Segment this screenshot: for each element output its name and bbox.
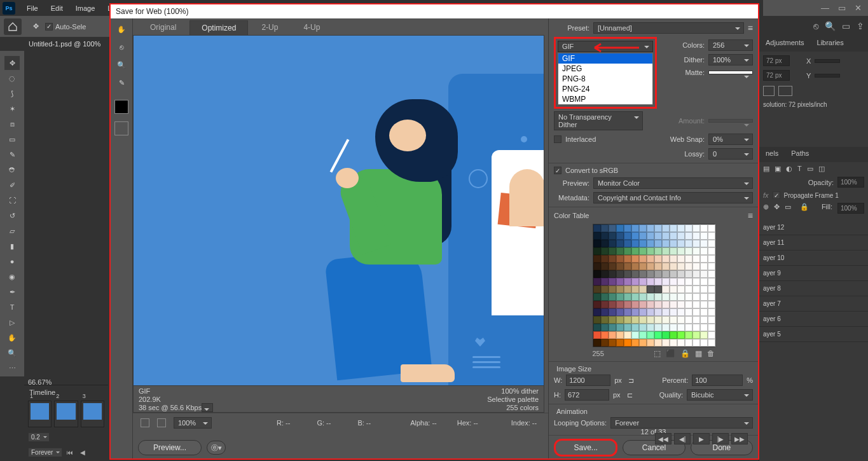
- color-swatch[interactable]: [624, 293, 631, 301]
- color-swatch[interactable]: [609, 270, 616, 278]
- color-swatch[interactable]: [692, 224, 700, 232]
- anim-play-icon[interactable]: ▶: [693, 433, 710, 444]
- color-swatch[interactable]: [677, 339, 685, 347]
- color-swatch[interactable]: [624, 308, 631, 316]
- color-swatch[interactable]: [609, 339, 616, 347]
- color-swatch[interactable]: [708, 301, 715, 308]
- color-swatch[interactable]: [654, 278, 662, 286]
- color-swatch[interactable]: [700, 278, 708, 286]
- lock-pos-icon[interactable]: ✥: [774, 203, 780, 214]
- color-swatch[interactable]: [700, 293, 708, 301]
- color-swatch[interactable]: [601, 240, 609, 247]
- menu-edit[interactable]: Edit: [45, 4, 69, 12]
- color-swatch[interactable]: [593, 331, 601, 339]
- color-swatch[interactable]: [639, 331, 647, 339]
- color-swatch[interactable]: [654, 324, 662, 331]
- color-swatch[interactable]: [647, 255, 654, 263]
- color-swatch[interactable]: [662, 293, 670, 301]
- color-swatch[interactable]: [670, 270, 677, 278]
- color-swatch[interactable]: [708, 308, 715, 316]
- marquee-tool[interactable]: ◌: [4, 71, 20, 85]
- anim-prev-icon[interactable]: ◀|: [674, 433, 691, 444]
- color-swatch[interactable]: [601, 301, 609, 308]
- color-swatch[interactable]: [662, 339, 670, 347]
- type-icon[interactable]: T: [797, 165, 802, 173]
- color-swatch[interactable]: [670, 263, 677, 270]
- color-swatch[interactable]: [685, 278, 692, 286]
- color-swatch[interactable]: [624, 331, 631, 339]
- color-swatch[interactable]: [685, 331, 692, 339]
- color-swatch[interactable]: [670, 293, 677, 301]
- format-dropdown[interactable]: GIF: [558, 41, 653, 52]
- color-swatch[interactable]: [593, 339, 601, 347]
- color-swatch[interactable]: [609, 316, 616, 324]
- color-swatch[interactable]: [616, 255, 624, 263]
- color-swatch[interactable]: [692, 339, 700, 347]
- color-swatch[interactable]: [700, 263, 708, 270]
- lock-all-icon[interactable]: 🔒: [800, 203, 809, 214]
- color-swatch[interactable]: [601, 286, 609, 293]
- color-swatch[interactable]: [647, 308, 654, 316]
- smart-icon[interactable]: ◫: [818, 165, 825, 173]
- color-swatch[interactable]: [639, 293, 647, 301]
- color-swatch[interactable]: [670, 232, 677, 240]
- color-swatch[interactable]: [639, 316, 647, 324]
- color-swatch[interactable]: [700, 255, 708, 263]
- dodge-tool[interactable]: ◉: [4, 270, 20, 284]
- color-swatch[interactable]: [708, 331, 715, 339]
- color-swatch[interactable]: [677, 293, 685, 301]
- eyedropper-tool[interactable]: ✎: [4, 148, 20, 162]
- color-swatch[interactable]: [639, 247, 647, 255]
- color-swatch[interactable]: [631, 240, 639, 247]
- color-swatch[interactable]: [609, 286, 616, 293]
- gradient-tool[interactable]: ▮: [4, 239, 20, 253]
- color-swatch[interactable]: [677, 308, 685, 316]
- color-swatch[interactable]: [616, 263, 624, 270]
- shape-icon[interactable]: ▭: [807, 165, 813, 173]
- color-swatch[interactable]: [639, 224, 647, 232]
- color-swatch[interactable]: [685, 224, 692, 232]
- color-swatch[interactable]: [601, 324, 609, 331]
- preset-flyout-icon[interactable]: ≡: [748, 23, 753, 33]
- color-swatch[interactable]: [609, 263, 616, 270]
- ct-lock-icon[interactable]: 🔒: [680, 349, 690, 358]
- color-swatch[interactable]: [685, 324, 692, 331]
- color-swatch[interactable]: [708, 240, 715, 247]
- color-swatch[interactable]: [624, 232, 631, 240]
- color-swatch[interactable]: [616, 224, 624, 232]
- color-swatch[interactable]: [616, 301, 624, 308]
- color-swatch[interactable]: [654, 331, 662, 339]
- color-swatch[interactable]: [601, 247, 609, 255]
- tab-optimized[interactable]: Optimized: [189, 20, 248, 35]
- color-swatch[interactable]: [647, 316, 654, 324]
- color-swatch[interactable]: [631, 301, 639, 308]
- color-swatch[interactable]: [685, 316, 692, 324]
- color-swatch[interactable]: [624, 324, 631, 331]
- preview-dropdown[interactable]: Monitor Color: [593, 177, 753, 189]
- color-swatch[interactable]: [601, 331, 609, 339]
- color-swatch[interactable]: [631, 339, 639, 347]
- color-table[interactable]: [593, 224, 715, 347]
- color-swatch[interactable]: [670, 255, 677, 263]
- color-swatch[interactable]: [700, 247, 708, 255]
- color-swatch[interactable]: [593, 232, 601, 240]
- color-swatch[interactable]: [654, 263, 662, 270]
- color-swatch[interactable]: [593, 270, 601, 278]
- fill-input[interactable]: 100%: [837, 203, 864, 214]
- color-swatch[interactable]: [692, 324, 700, 331]
- color-swatch[interactable]: [639, 286, 647, 293]
- color-swatch[interactable]: [708, 224, 715, 232]
- color-swatch[interactable]: [654, 270, 662, 278]
- layer-row[interactable]: ayer 11: [759, 235, 868, 251]
- loop-dd[interactable]: Forever: [28, 448, 62, 457]
- color-swatch[interactable]: [654, 232, 662, 240]
- color-swatch[interactable]: [692, 293, 700, 301]
- layer-row[interactable]: ayer 7: [759, 296, 868, 312]
- color-swatch[interactable]: [708, 339, 715, 347]
- color-swatch[interactable]: [654, 224, 662, 232]
- web-snap-dropdown[interactable]: 0%: [708, 134, 753, 145]
- color-swatch[interactable]: [601, 278, 609, 286]
- lasso-tool[interactable]: ⟆: [4, 86, 20, 100]
- color-swatch[interactable]: [593, 224, 601, 232]
- color-swatch[interactable]: [647, 286, 654, 293]
